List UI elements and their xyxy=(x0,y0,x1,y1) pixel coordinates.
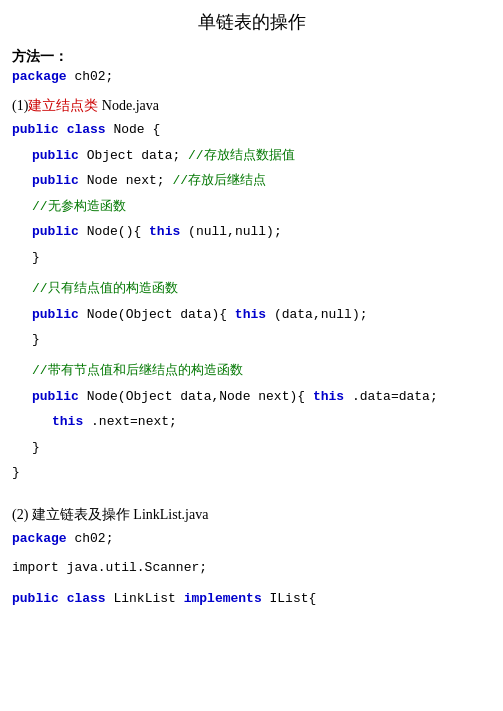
comment-next: //存放后继结点 xyxy=(172,173,266,188)
comment-data-only: //只有结点值的构造函数 xyxy=(32,278,491,299)
kw-class-1: class xyxy=(67,122,106,137)
kw-public-c3: public xyxy=(32,389,79,404)
package-line-2: package ch02; xyxy=(12,528,491,549)
kw-this-c2: this xyxy=(235,307,266,322)
constructor3-line: public Node(Object data,Node next){ this… xyxy=(32,386,491,407)
import-scanner-line: import java.util.Scanner; xyxy=(12,557,491,578)
kw-this-c3: this xyxy=(313,389,344,404)
kw-class-ll: class xyxy=(67,591,106,606)
kw-public-ll: public xyxy=(12,591,59,606)
node-file-label: (1)建立结点类 Node.java xyxy=(12,97,491,115)
kw-implements: implements xyxy=(184,591,262,606)
kw-public-c2: public xyxy=(32,307,79,322)
kw-public-field-next: public xyxy=(32,173,79,188)
kw-this-c1: this xyxy=(149,224,180,239)
kw-package: package xyxy=(12,69,67,84)
brace-c3: } xyxy=(32,437,491,458)
class-node-header: public class Node { xyxy=(12,119,491,140)
field-data-line: public Object data; //存放结点数据值 xyxy=(32,145,491,166)
kw-this-next: this xyxy=(52,414,83,429)
comment-data: //存放结点数据值 xyxy=(188,148,295,163)
brace-c1: } xyxy=(32,247,491,268)
kw-public-field-data: public xyxy=(32,148,79,163)
this-next-line: this .next=next; xyxy=(52,411,491,432)
brace-c2: } xyxy=(32,329,491,350)
class-linklist-line: public class LinkList implements IList{ xyxy=(12,588,491,609)
constructor1-line: public Node(){ this (null,null); xyxy=(32,221,491,242)
method1-heading: 方法一： xyxy=(12,48,491,66)
linklist-file-label: (2) 建立链表及操作 LinkList.java xyxy=(12,506,491,524)
kw-package-2: package xyxy=(12,531,67,546)
page-title: 单链表的操作 xyxy=(12,10,491,34)
package-name-1: ch02; xyxy=(67,69,114,84)
field-next-line: public Node next; //存放后继结点 xyxy=(32,170,491,191)
package-name-2: ch02; xyxy=(74,531,113,546)
comment-data-next: //带有节点值和后继结点的构造函数 xyxy=(32,360,491,381)
package-line-1: package ch02; xyxy=(12,66,491,87)
kw-public-c1: public xyxy=(32,224,79,239)
kw-public-1: public xyxy=(12,122,59,137)
constructor2-line: public Node(Object data){ this (data,nul… xyxy=(32,304,491,325)
method1-label: 方法一： xyxy=(12,49,68,64)
class-close-brace: } xyxy=(12,462,491,483)
comment-no-param: //无参构造函数 xyxy=(32,196,491,217)
